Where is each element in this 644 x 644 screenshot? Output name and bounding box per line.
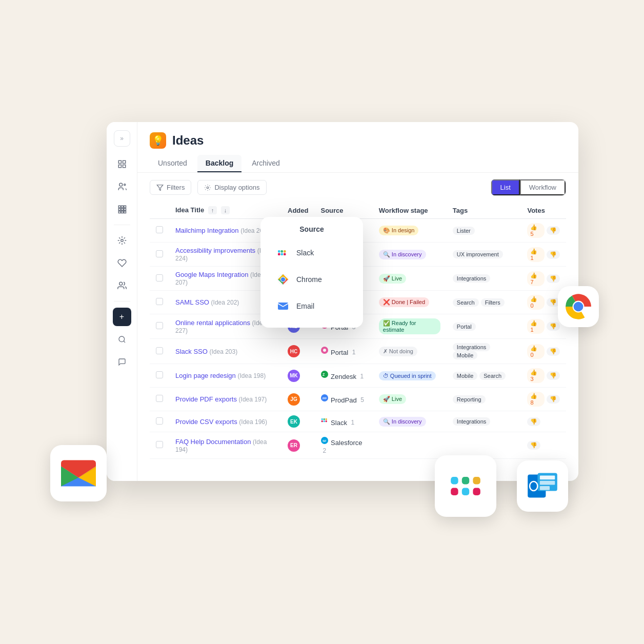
idea-id: (Idea 203) [209,348,237,355]
svg-rect-1 [123,160,125,163]
source-option-slack-label: Slack [296,249,314,257]
sidebar-item-users[interactable] [113,276,131,295]
row-checkbox-cell [150,411,169,432]
row-checkbox[interactable] [156,226,163,233]
source-name: ProdPad [331,397,357,405]
vote-up-btn[interactable]: 👍 1 [527,319,545,334]
idea-title-link[interactable]: Provide PDF exports [175,395,237,403]
row-checkbox[interactable] [156,274,163,281]
row-checkbox[interactable] [156,371,163,378]
votes-container: 👍 0 👎 [527,295,560,310]
idea-title-link[interactable]: Login page redesign [175,372,236,379]
row-checkbox[interactable] [156,298,163,305]
votes-container: 👍 8 👎 [527,392,560,407]
vote-down-btn[interactable]: 👎 [547,395,560,404]
source-option-chrome[interactable]: Chrome [269,266,355,293]
sidebar-add-button[interactable]: + [113,308,131,326]
view-list-button[interactable]: List [491,179,520,195]
row-checkbox[interactable] [156,347,163,354]
row-votes-cell: 👍 8 👎 [521,388,566,411]
stage-badge: ✗ Not doing [379,347,417,356]
tab-unsorted[interactable]: Unsorted [150,155,195,172]
vote-up-btn[interactable]: 👍 8 [527,392,545,407]
source-option-slack[interactable]: Slack [269,239,355,266]
row-source-cell: Portal 1 [314,339,372,364]
filters-label: Filters [167,184,185,191]
table-row: Provide PDF exports (Idea 197) JG PP Pro… [150,388,566,411]
tag-badge: Mobile [453,372,477,380]
source-icon [320,418,329,426]
vote-down-btn[interactable]: 👎 [547,347,560,356]
vote-up-btn[interactable]: 👍 7 [527,271,545,286]
tag-badge: Portal [453,323,476,331]
row-tags-cell: UX improvement [447,243,521,267]
tag-badge: UX improvement [453,250,503,258]
svg-rect-9 [118,209,120,211]
filters-button[interactable]: Filters [150,180,191,195]
source-option-email[interactable]: Email [269,293,355,319]
idea-title-link[interactable]: FAQ Help Documentation [175,438,251,446]
vote-up-btn[interactable]: 👍 0 [527,344,545,359]
vote-up-btn[interactable]: 👍 1 [527,247,545,262]
row-checkbox[interactable] [156,395,163,402]
sidebar-item-ideas[interactable] [113,231,131,250]
idea-title-link[interactable]: SAML SSO [175,298,209,306]
svg-rect-14 [124,211,126,213]
svg-rect-75 [540,481,555,485]
sidebar-item-dashboard[interactable] [113,155,131,173]
row-added-cell: ER [281,432,314,459]
svg-rect-71 [462,488,469,495]
idea-title-link[interactable]: Provide CSV exports [175,418,237,426]
idea-title-link[interactable]: Accessibility improvements [175,247,255,254]
row-title-cell: Provide PDF exports (Idea 197) [169,388,281,411]
idea-title-link[interactable]: Mailchimp Integration [175,227,239,234]
vote-down-btn[interactable]: 👎 [527,417,540,426]
row-checkbox[interactable] [156,417,163,425]
display-options-button[interactable]: Display options [197,180,266,195]
col-idea-title[interactable]: Idea Title ↑ ↓ [169,202,281,219]
sidebar-expand-button[interactable]: » [114,130,130,147]
row-title-cell: Provide CSV exports (Idea 196) [169,411,281,432]
sidebar-item-grid[interactable] [113,200,131,218]
sort-button[interactable]: ↑ [208,206,217,214]
idea-title-link[interactable]: Google Maps Integration [175,271,248,278]
stage-badge: 🚀 Live [379,274,406,284]
row-checkbox[interactable] [156,250,163,257]
sidebar-search-button[interactable] [113,330,131,349]
vote-down-btn[interactable]: 👎 [527,441,540,450]
vote-down-btn[interactable]: 👎 [547,322,560,331]
row-checkbox[interactable] [156,322,163,329]
row-added-cell: JG [281,388,314,411]
idea-title-link[interactable]: Slack SSO [175,348,208,355]
vote-up-btn[interactable]: 👍 5 [527,223,545,238]
svg-point-61 [281,277,285,281]
view-workflow-button[interactable]: Workflow [520,179,566,195]
vote-down-btn[interactable]: 👎 [547,226,560,235]
sidebar-item-feedback[interactable] [113,254,131,272]
vote-down-btn[interactable]: 👎 [547,371,560,380]
idea-title-link[interactable]: Online rental applications [175,319,250,327]
svg-rect-70 [473,488,480,495]
vote-up-btn[interactable]: 👍 0 [527,295,545,310]
outlook-floating-icon [517,460,568,512]
slack-floating-icon [435,455,496,517]
col-checkbox [150,202,169,219]
row-source-cell: Z Zendesk 1 [314,364,372,388]
svg-rect-54 [278,250,280,253]
sort-desc-button[interactable]: ↓ [221,206,230,214]
sidebar-item-team[interactable] [113,177,131,196]
tab-backlog[interactable]: Backlog [197,155,242,172]
vote-up-btn[interactable]: 👍 3 [527,368,545,383]
sidebar-chat-button[interactable] [113,353,131,371]
vote-down-btn[interactable]: 👎 [547,274,560,283]
svg-point-65 [574,302,583,312]
tab-archived[interactable]: Archived [244,155,288,172]
row-stage-cell: 🚀 Live [373,388,447,411]
svg-point-5 [124,184,125,186]
row-checkbox[interactable] [156,441,163,448]
idea-id: (Idea 197) [239,396,267,403]
svg-rect-62 [278,303,288,310]
vote-down-btn[interactable]: 👎 [547,250,560,259]
svg-marker-19 [157,185,163,190]
row-title-cell: FAQ Help Documentation (Idea 194) [169,432,281,459]
